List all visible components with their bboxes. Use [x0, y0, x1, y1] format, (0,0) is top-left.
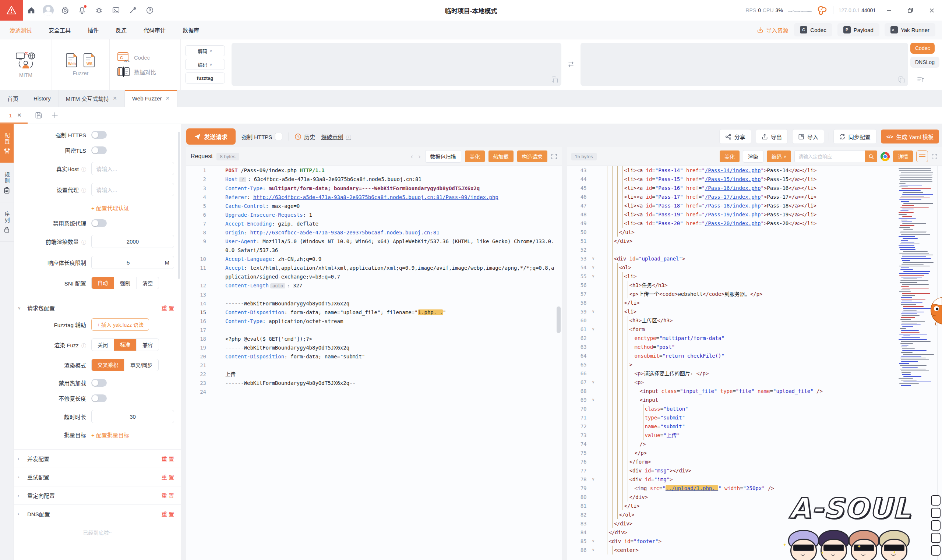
code-content[interactable]: <img src="../upload/1.php. " width="250p… — [635, 484, 779, 493]
code-content[interactable] — [225, 388, 230, 396]
code-content[interactable]: <li> — [624, 307, 642, 316]
code-line-20[interactable]: 20Content-Disposition: form-data; name="… — [186, 352, 562, 361]
segment-option-交叉乘积[interactable]: 交叉乘积 — [92, 359, 124, 371]
yak-logo-icon[interactable] — [817, 5, 828, 15]
code-line-1[interactable]: 1POST /Pass-09/index.php HTTP/1.1 — [186, 166, 562, 175]
code-line-51[interactable]: 51</div> — [567, 237, 942, 245]
user-avatar[interactable] — [40, 0, 57, 21]
build-request-button[interactable]: 构造请求 — [517, 151, 547, 162]
code-line-80[interactable]: 80</div> — [567, 493, 942, 502]
fold-chevron-icon[interactable]: ∨ — [590, 378, 597, 387]
segment-option-标准[interactable]: 标准 — [114, 338, 136, 351]
proxy-auth-link[interactable]: + 配置代理认证 — [91, 204, 129, 212]
ws-fuzzer-icon[interactable]: WS — [83, 52, 96, 68]
code-line-74[interactable]: 74/> — [567, 440, 942, 449]
code-content[interactable]: <div id="img"> — [629, 475, 678, 484]
save-icon[interactable] — [31, 111, 47, 119]
code-content[interactable]: onsubmit="return checkFile()" — [635, 351, 729, 360]
decode-dropdown[interactable]: 解码∨ — [185, 45, 225, 56]
code-content[interactable]: method="post" — [635, 343, 680, 351]
code-content[interactable]: <p>请选择要上传的图片: </p> — [635, 369, 714, 378]
beautify-button[interactable]: 美化 — [465, 151, 485, 162]
code-line-71[interactable]: 71type="submit" — [567, 413, 942, 422]
vtab-rules[interactable]: 规则 — [0, 163, 14, 202]
code-line-4[interactable]: 4Referer: http://63c4fbcc-a5de-471a-93a8… — [186, 193, 562, 202]
fullscreen-icon[interactable] — [551, 154, 557, 160]
code-content[interactable] — [614, 245, 619, 254]
code-content[interactable]: Accept-Language: zh-CN,zh;q=0.9 — [225, 255, 327, 263]
tab-History[interactable]: History — [26, 90, 59, 107]
fuzzer-subtab-1[interactable]: 1 ✕ — [0, 107, 31, 124]
code-line-5[interactable]: 5Cache-Control: max-age=0 — [186, 202, 562, 211]
import-resources-link[interactable]: 导入资源 — [757, 26, 788, 34]
tab-首页[interactable]: 首页 — [0, 90, 26, 107]
segment-option-自动[interactable]: 自动 — [92, 277, 114, 289]
reset-link[interactable]: 重 置 — [162, 510, 174, 518]
code-line-68[interactable]: 68<input class="input_file" type="file" … — [567, 387, 942, 395]
help-icon[interactable] — [141, 0, 158, 21]
real-host-input[interactable]: 请输入... — [91, 162, 174, 175]
code-line-54[interactable]: 54∨<ol> — [567, 263, 942, 272]
code-content[interactable]: Content-Type: application/octet-stream — [225, 317, 348, 326]
segment-option-强制[interactable]: 强制 — [114, 277, 136, 289]
side-tab-codec[interactable]: Codec — [910, 43, 935, 54]
encode-dropdown[interactable]: 编码∨ — [185, 59, 225, 70]
close-icon[interactable]: ✕ — [17, 112, 22, 118]
debug-bug-icon[interactable] — [91, 0, 108, 21]
code-line-81[interactable]: 81</li> — [567, 502, 942, 510]
insert-yakfuzz-button[interactable]: + 插入 yak.fuzz 语法 — [91, 318, 149, 331]
code-content[interactable]: <form — [629, 325, 650, 334]
code-content[interactable]: name="submit" — [645, 422, 691, 431]
proxy-input[interactable]: 请输入... — [91, 183, 174, 196]
menu-item-5[interactable]: 代码审计 — [143, 26, 166, 34]
request-scrollbar[interactable] — [557, 306, 561, 333]
reset-link[interactable]: 重 置 — [162, 455, 174, 463]
batch-target-link[interactable]: + 配置批量目标 — [91, 431, 129, 438]
code-line-78[interactable]: 78∨<div id="img"> — [567, 475, 942, 484]
copy-icon[interactable] — [899, 77, 905, 83]
code-content[interactable]: </form> — [629, 457, 656, 466]
code-line-6[interactable]: 6Upgrade-Insecure-Requests: 1 — [186, 211, 562, 219]
fold-chevron-icon[interactable]: ∨ — [590, 263, 597, 272]
close-button[interactable] — [923, 0, 940, 21]
code-content[interactable]: <div id="footer"> — [609, 537, 667, 546]
code-line-7[interactable]: 7Accept-Encoding: gzip, deflate — [186, 219, 562, 228]
code-line-73[interactable]: 73value="上传" — [567, 431, 942, 440]
code-content[interactable]: <p>上传一个<code>webshell</code>到服务器。</p> — [629, 289, 768, 298]
segment-option-草叉/同步[interactable]: 草叉/同步 — [124, 359, 158, 371]
fold-chevron-icon[interactable]: ∨ — [590, 546, 597, 554]
hot-reload-button[interactable]: 热加载 — [489, 151, 513, 162]
tab-MITM-交互式劫持[interactable]: MITM 交互式劫持✕ — [59, 90, 125, 107]
app-button-payload[interactable]: PPayload — [837, 23, 879, 37]
code-line-56[interactable]: 56<h3>任务</h3> — [567, 281, 942, 289]
code-content[interactable]: <li><a id="Pass-15" href="/Pass-15/index… — [624, 175, 822, 184]
code-line-44[interactable]: 44<li><a id="Pass-15" href="/Pass-15/ind… — [567, 175, 942, 184]
code-line-48[interactable]: 48<li><a id="Pass-19" href="/Pass-19/ind… — [567, 210, 942, 219]
code-content[interactable]: </div> — [614, 519, 638, 528]
settings-gear-icon[interactable] — [57, 0, 74, 21]
response-search-input[interactable] — [794, 151, 865, 162]
code-content[interactable]: Referer: http://63c4fbcc-a5de-471a-93a8-… — [225, 193, 504, 202]
code-line-47[interactable]: 47<li><a id="Pass-18" href="/Pass-18/ind… — [567, 201, 942, 210]
section-重定向配置[interactable]: ›重定向配置重 置 — [14, 486, 181, 505]
swap-icon[interactable] — [564, 39, 578, 90]
code-content[interactable]: class="button" — [645, 405, 694, 413]
code-line-11[interactable]: 11Accept: text/html,application/xhtml+xm… — [186, 263, 562, 281]
sidebar-scrollbar[interactable] — [178, 132, 180, 279]
force-https-checkbox-row[interactable]: 强制 HTTPS — [242, 133, 282, 140]
code-line-62[interactable]: 62enctype="multipart/form-data" — [567, 334, 942, 343]
reset-link[interactable]: 重 置 — [162, 304, 174, 312]
code-line-85[interactable]: 85∨<div id="footer"> — [567, 537, 942, 546]
open-in-chrome-icon[interactable] — [880, 152, 890, 161]
code-line-2[interactable]: 2Host?: 63c4fbcc-a5de-471a-93a8-2e9375b6… — [186, 175, 562, 184]
vtab-sequence[interactable]: 序列 — [0, 202, 14, 242]
menu-item-1[interactable]: 渗透测试 — [9, 26, 32, 34]
request-editor[interactable]: 1POST /Pass-09/index.php HTTP/1.12Host?:… — [186, 166, 562, 560]
fuzztag-button[interactable]: fuzztag — [185, 72, 225, 83]
code-line-66[interactable]: 66<p>请选择要上传的图片: </p> — [567, 369, 942, 378]
reset-link[interactable]: 重 置 — [162, 473, 174, 481]
code-line-22[interactable]: 22上传 — [186, 370, 562, 378]
code-content[interactable]: </li> — [624, 298, 645, 307]
code-content[interactable]: value="上传" — [645, 431, 685, 440]
code-line-13[interactable]: 13 — [186, 290, 562, 299]
